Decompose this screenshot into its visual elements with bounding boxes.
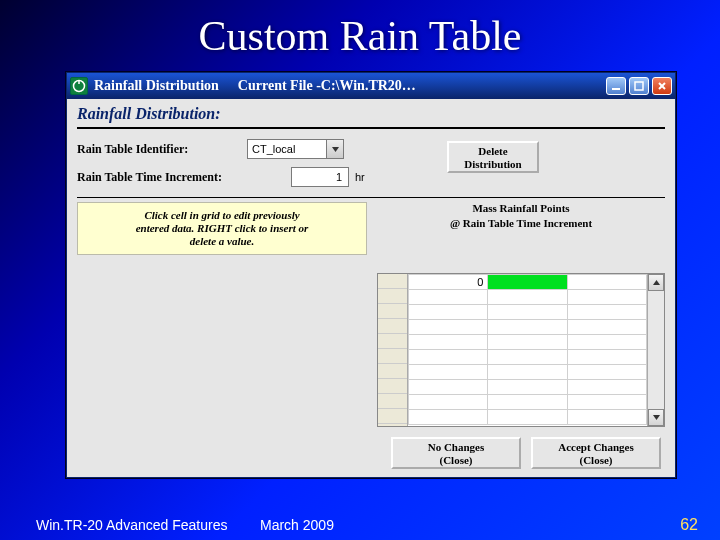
grid-cells[interactable]: 0: [408, 274, 647, 426]
grid-vertical-scrollbar[interactable]: [647, 274, 664, 426]
accept-l2: (Close): [533, 454, 659, 467]
identifier-combo[interactable]: CT_local: [247, 139, 344, 159]
svg-marker-7: [653, 280, 660, 285]
scroll-up-icon[interactable]: [648, 274, 664, 291]
grid-cell-active[interactable]: [488, 275, 567, 290]
svg-rect-3: [635, 82, 643, 90]
table-row: [409, 365, 647, 380]
current-file-path: C:\Win.TR20…: [321, 78, 416, 94]
footer-left: Win.TR-20 Advanced Features: [0, 517, 260, 533]
table-row: [409, 290, 647, 305]
delete-button-l1: Delete: [449, 145, 537, 158]
title-separator: [219, 78, 238, 94]
no-changes-l1: No Changes: [393, 441, 519, 454]
accept-changes-button[interactable]: Accept Changes (Close): [531, 437, 661, 469]
section-header: Rainfall Distribution:: [67, 99, 675, 125]
table-row: [409, 350, 647, 365]
current-file-label: Current File -: [238, 78, 321, 94]
slide-footer: Win.TR-20 Advanced Features March 2009 6…: [0, 516, 720, 534]
grid-cell[interactable]: 0: [409, 275, 488, 290]
tip-line1: Click cell in grid to edit previously: [88, 209, 356, 222]
window-controls: [606, 77, 675, 95]
increment-input[interactable]: 1: [291, 167, 349, 187]
increment-unit: hr: [349, 171, 365, 183]
table-row: 0: [409, 275, 647, 290]
chevron-down-icon[interactable]: [326, 140, 343, 158]
table-row: [409, 380, 647, 395]
minimize-button[interactable]: [606, 77, 626, 95]
table-row: [409, 320, 647, 335]
identifier-row: Rain Table Identifier: CT_local: [67, 135, 675, 163]
table-row: [409, 410, 647, 425]
mass-header-l1: Mass Rainfall Points: [377, 202, 665, 217]
window-body: Rainfall Distribution: Rain Table Identi…: [67, 99, 675, 477]
bottom-button-row: No Changes (Close) Accept Changes (Close…: [67, 437, 675, 469]
close-button[interactable]: [652, 77, 672, 95]
svg-marker-8: [653, 415, 660, 420]
table-row: [409, 305, 647, 320]
maximize-button[interactable]: [629, 77, 649, 95]
svg-marker-6: [332, 147, 339, 152]
grid-row-headers: [378, 274, 408, 426]
svg-rect-2: [612, 88, 620, 90]
scroll-down-icon[interactable]: [648, 409, 664, 426]
page-number: 62: [420, 516, 720, 534]
rainfall-distribution-window: Rainfall Distribution Current File - C:\…: [66, 72, 676, 478]
slide-title: Custom Rain Table: [0, 0, 720, 68]
divider: [77, 197, 665, 198]
increment-label: Rain Table Time Increment:: [77, 170, 247, 185]
table-row: [409, 395, 647, 410]
lower-pane: Click cell in grid to edit previously en…: [67, 202, 675, 255]
no-changes-button[interactable]: No Changes (Close): [391, 437, 521, 469]
identifier-value: CT_local: [248, 143, 326, 155]
no-changes-l2: (Close): [393, 454, 519, 467]
accept-l1: Accept Changes: [533, 441, 659, 454]
window-title: Rainfall Distribution: [94, 78, 219, 94]
footer-date: March 2009: [260, 517, 420, 533]
tip-line2: entered data. RIGHT click to insert or: [88, 222, 356, 235]
divider: [77, 127, 665, 129]
grid-tip: Click cell in grid to edit previously en…: [77, 202, 367, 255]
increment-row: Rain Table Time Increment: 1 hr: [67, 163, 675, 191]
table-row: [409, 335, 647, 350]
grid-cell[interactable]: [567, 275, 646, 290]
delete-button-l2: Distribution: [449, 158, 537, 171]
rainfall-grid[interactable]: 0: [377, 273, 665, 427]
delete-distribution-button[interactable]: Delete Distribution: [447, 141, 539, 173]
tip-line3: delete a value.: [88, 235, 356, 248]
titlebar: Rainfall Distribution Current File - C:\…: [67, 73, 675, 99]
mass-header-l2: @ Rain Table Time Increment: [377, 217, 665, 232]
identifier-label: Rain Table Identifier:: [77, 142, 247, 157]
app-icon: [70, 77, 88, 95]
